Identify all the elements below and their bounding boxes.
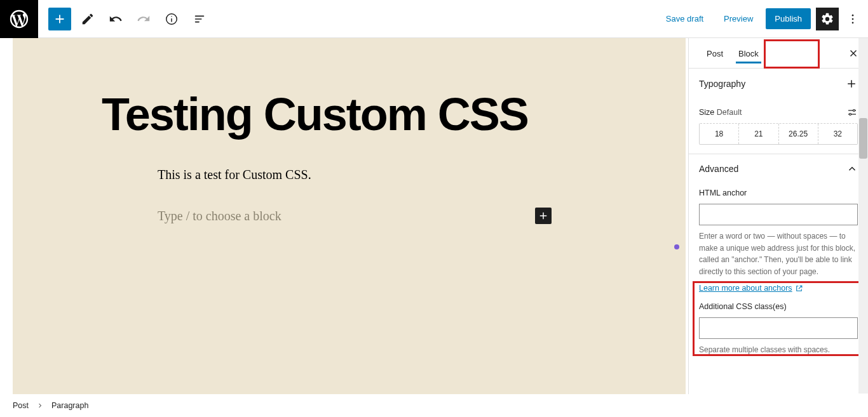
svg-point-16	[850, 114, 851, 116]
scrollbar-track[interactable]	[858, 38, 868, 394]
add-block-button[interactable]	[48, 8, 71, 30]
wordpress-logo[interactable]	[0, 0, 38, 38]
size-option[interactable]: 26.25	[779, 124, 818, 144]
redo-icon[interactable]	[132, 8, 155, 30]
empty-block-row[interactable]: Type / to choose a block	[158, 208, 552, 224]
overflow-indicator-icon	[674, 244, 679, 249]
editor-topbar: Save draft Preview Publish	[0, 0, 868, 38]
breadcrumb-root[interactable]: Post	[13, 401, 29, 410]
size-option[interactable]: 32	[818, 124, 857, 144]
size-value: Default	[717, 108, 742, 117]
size-label: Size	[699, 108, 714, 117]
advanced-panel: Advanced HTML anchor Enter a word or two…	[689, 154, 868, 367]
breadcrumb: Post Paragraph	[0, 394, 868, 417]
svg-point-7	[852, 18, 854, 20]
paragraph-block[interactable]: This is a test for Custom CSS.	[158, 168, 552, 182]
advanced-heading[interactable]: Advanced	[699, 164, 738, 174]
save-draft-link[interactable]: Save draft	[658, 9, 711, 29]
tab-block[interactable]: Block	[731, 40, 766, 66]
post-title[interactable]: Testing Custom CSS	[102, 91, 660, 137]
scrollbar-thumb[interactable]	[859, 118, 867, 159]
html-anchor-label: HTML anchor	[699, 189, 858, 197]
more-options-icon[interactable]	[844, 13, 862, 25]
svg-point-6	[852, 14, 854, 16]
list-view-icon[interactable]	[188, 8, 211, 30]
tab-post[interactable]: Post	[699, 40, 731, 66]
toolbar-left	[38, 8, 211, 30]
toolbar-right: Save draft Preview Publish	[658, 8, 868, 30]
undo-icon[interactable]	[104, 8, 127, 30]
inline-add-block-button[interactable]	[535, 208, 552, 224]
font-size-options[interactable]: 18 21 26.25 32	[699, 123, 858, 145]
chevron-up-icon[interactable]	[846, 163, 858, 175]
typography-panel: Typography Size Default 18 21 26.25 32	[689, 69, 868, 154]
size-option[interactable]: 21	[739, 124, 778, 144]
size-option[interactable]: 18	[700, 124, 739, 144]
typography-heading: Typography	[699, 79, 745, 89]
plus-icon[interactable]	[845, 77, 858, 90]
breadcrumb-current[interactable]: Paragraph	[51, 401, 88, 410]
block-placeholder: Type / to choose a block	[158, 209, 281, 223]
settings-sidebar: Post Block Typography Size Default 18	[688, 38, 868, 394]
svg-point-14	[853, 110, 855, 112]
annotation-highlight	[693, 281, 865, 356]
svg-point-8	[852, 22, 854, 23]
editor-canvas[interactable]: Testing Custom CSS This is a test for Cu…	[13, 38, 686, 394]
svg-point-2	[171, 16, 172, 17]
post-body: This is a test for Custom CSS. Type / to…	[158, 168, 552, 224]
chevron-right-icon	[36, 402, 44, 409]
settings-button[interactable]	[816, 8, 839, 30]
anchor-help-text: Enter a word or two — without spaces — t…	[699, 230, 858, 277]
workspace: Testing Custom CSS This is a test for Cu…	[0, 38, 868, 394]
preview-link[interactable]: Preview	[716, 9, 761, 29]
html-anchor-input[interactable]	[699, 204, 858, 225]
sliders-icon[interactable]	[846, 107, 858, 118]
info-icon[interactable]	[160, 8, 183, 30]
edit-icon[interactable]	[76, 8, 99, 30]
annotation-highlight	[764, 39, 820, 69]
publish-button[interactable]: Publish	[766, 8, 811, 29]
